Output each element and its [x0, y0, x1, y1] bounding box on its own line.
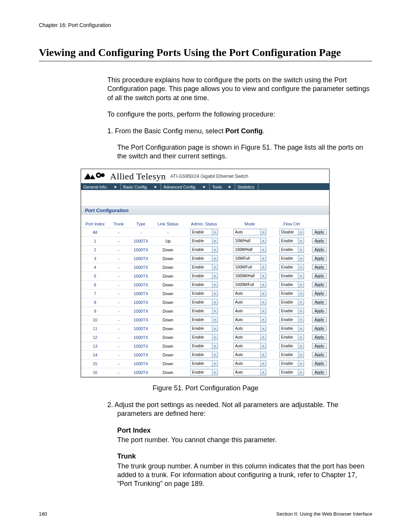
dropdown[interactable]: 100M/Full▾ — [233, 264, 266, 270]
link-status-cell: Down — [154, 324, 182, 333]
port-index-cell[interactable]: 16 — [81, 368, 109, 377]
apply-button[interactable]: Apply — [312, 361, 327, 366]
menu-item[interactable]: General Info.▶ — [81, 183, 121, 190]
dropdown[interactable]: Disable▾ — [279, 229, 304, 235]
apply-button[interactable]: Apply — [312, 291, 327, 296]
dropdown[interactable]: Enable▾ — [190, 308, 218, 314]
dropdown[interactable]: Enable▾ — [279, 351, 304, 358]
apply-button[interactable]: Apply — [312, 282, 327, 288]
menu-item[interactable]: Statistics — [235, 183, 258, 190]
dropdown[interactable]: Enable▾ — [279, 264, 304, 270]
port-index-cell[interactable]: 3 — [81, 254, 109, 263]
port-index-cell[interactable]: All — [81, 228, 109, 236]
apply-button[interactable]: Apply — [312, 299, 327, 305]
dropdown[interactable]: Auto▾ — [233, 325, 266, 332]
dropdown[interactable]: 1000M/Full▾ — [233, 281, 266, 288]
port-index-cell[interactable]: 10 — [81, 315, 109, 324]
dropdown[interactable]: Enable▾ — [190, 299, 218, 305]
dropdown[interactable]: Enable▾ — [190, 290, 218, 297]
dropdown[interactable]: Auto▾ — [233, 299, 266, 305]
admin-status-cell: Enable▾ — [182, 350, 226, 359]
apply-button[interactable]: Apply — [312, 238, 327, 244]
dropdown[interactable]: 10M/Half▾ — [233, 238, 266, 244]
apply-button[interactable]: Apply — [312, 343, 327, 349]
dropdown[interactable]: 100M/Half▾ — [233, 246, 266, 253]
apply-button[interactable]: Apply — [312, 247, 327, 252]
table-row: 1-1000TXUpEnable▾10M/Half▾Enable▾Apply — [81, 236, 329, 245]
dropdown[interactable]: Enable▾ — [190, 255, 218, 262]
dropdown[interactable]: Enable▾ — [279, 308, 304, 314]
flow-ctrl-cell: Enable▾ — [274, 254, 309, 263]
port-index-cell[interactable]: 5 — [81, 272, 109, 280]
apply-button[interactable]: Apply — [312, 352, 327, 358]
dropdown[interactable]: Enable▾ — [279, 334, 304, 340]
menu-item[interactable]: Tools▶ — [210, 183, 235, 190]
port-index-cell[interactable]: 13 — [81, 342, 109, 350]
chevron-down-icon: ▾ — [260, 256, 266, 261]
dropdown[interactable]: Enable▾ — [279, 360, 304, 367]
dropdown[interactable]: Auto▾ — [233, 308, 266, 314]
port-index-cell[interactable]: 15 — [81, 359, 109, 368]
dropdown[interactable]: Auto▾ — [233, 360, 266, 367]
dropdown[interactable]: Auto▾ — [233, 290, 266, 297]
dropdown[interactable]: Auto▾ — [233, 351, 266, 358]
apply-cell: Apply — [309, 342, 329, 350]
dropdown[interactable]: Enable▾ — [279, 255, 304, 262]
dropdown[interactable]: 1000M/Half▾ — [233, 273, 266, 279]
apply-button[interactable]: Apply — [312, 256, 327, 261]
port-index-cell[interactable]: 12 — [81, 333, 109, 342]
menu-item[interactable]: Advanced Config.▶ — [161, 183, 210, 190]
dropdown[interactable]: Enable▾ — [279, 316, 304, 323]
dropdown[interactable]: Enable▾ — [190, 246, 218, 253]
step-1-body: The Port Configuration page is shown in … — [107, 143, 372, 161]
dropdown[interactable]: Enable▾ — [190, 238, 218, 244]
dropdown[interactable]: Enable▾ — [190, 273, 218, 279]
admin-status-cell: Enable▾ — [182, 315, 226, 324]
port-index-cell[interactable]: 9 — [81, 307, 109, 315]
dropdown[interactable]: Auto▾ — [233, 334, 266, 340]
dropdown[interactable]: Enable▾ — [190, 316, 218, 323]
port-index-cell[interactable]: 1 — [81, 236, 109, 245]
dropdown[interactable]: 10M/Full▾ — [233, 255, 266, 262]
menu-item[interactable]: Basic Config.▶ — [121, 183, 161, 190]
chevron-down-icon: ▾ — [298, 343, 304, 349]
dropdown[interactable]: Enable▾ — [279, 369, 304, 375]
dropdown[interactable]: Enable▾ — [279, 246, 304, 253]
apply-button[interactable]: Apply — [312, 317, 327, 323]
dropdown[interactable]: Enable▾ — [279, 273, 304, 279]
dropdown[interactable]: Enable▾ — [279, 343, 304, 349]
port-index-cell[interactable]: 4 — [81, 263, 109, 272]
apply-button[interactable]: Apply — [312, 326, 327, 331]
dropdown[interactable]: Enable▾ — [190, 325, 218, 332]
apply-button[interactable]: Apply — [312, 369, 327, 375]
dropdown[interactable]: Auto▾ — [233, 229, 266, 235]
port-index-cell[interactable]: 8 — [81, 298, 109, 307]
dropdown[interactable]: Enable▾ — [190, 229, 218, 235]
dropdown[interactable]: Enable▾ — [190, 264, 218, 270]
mode-cell: 1000M/Full▾ — [226, 280, 274, 289]
dropdown[interactable]: Enable▾ — [190, 343, 218, 349]
apply-button[interactable]: Apply — [312, 334, 327, 340]
dropdown[interactable]: Enable▾ — [190, 281, 218, 288]
port-index-cell[interactable]: 2 — [81, 245, 109, 254]
dropdown[interactable]: Enable▾ — [190, 369, 218, 375]
dropdown[interactable]: Auto▾ — [233, 316, 266, 323]
dropdown[interactable]: Enable▾ — [279, 325, 304, 332]
apply-button[interactable]: Apply — [312, 264, 327, 270]
apply-button[interactable]: Apply — [312, 308, 327, 314]
apply-button[interactable]: Apply — [312, 273, 327, 279]
dropdown[interactable]: Enable▾ — [279, 299, 304, 305]
dropdown[interactable]: Auto▾ — [233, 343, 266, 349]
dropdown[interactable]: Enable▾ — [190, 351, 218, 358]
port-index-cell[interactable]: 14 — [81, 350, 109, 359]
dropdown[interactable]: Enable▾ — [190, 334, 218, 340]
apply-button[interactable]: Apply — [312, 229, 327, 235]
dropdown[interactable]: Enable▾ — [279, 290, 304, 297]
port-index-cell[interactable]: 11 — [81, 324, 109, 333]
dropdown[interactable]: Auto▾ — [233, 369, 266, 375]
dropdown[interactable]: Enable▾ — [279, 238, 304, 244]
dropdown[interactable]: Enable▾ — [279, 281, 304, 288]
port-index-cell[interactable]: 6 — [81, 280, 109, 289]
port-index-cell[interactable]: 7 — [81, 289, 109, 298]
dropdown[interactable]: Enable▾ — [190, 360, 218, 367]
